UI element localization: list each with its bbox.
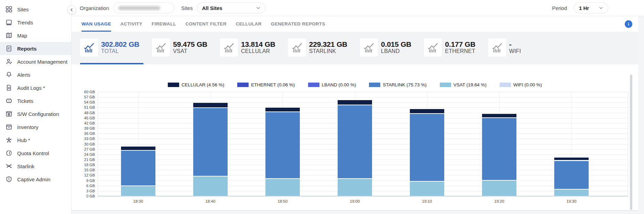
info-icon: i <box>628 21 629 27</box>
sidebar-item-tickets[interactable]: Tickets <box>0 94 71 107</box>
organization-select[interactable] <box>113 2 174 13</box>
stat-card-lband[interactable]: 0.015 GBLBAND <box>360 32 415 64</box>
quota-kontrol-icon <box>5 150 12 157</box>
y-axis-tick: 30 GB <box>81 142 95 146</box>
sidebar-item-label: Inventory <box>17 124 39 130</box>
tab-cellular[interactable]: CELLULAR <box>236 16 262 32</box>
y-axis-tick: 51 GB <box>81 105 95 109</box>
legend-item-lband[interactable]: LBAND (0.00 %) <box>308 82 356 87</box>
stat-label: ETHERNET <box>445 48 475 54</box>
hub-icon <box>5 137 12 144</box>
tab-wan-usage[interactable]: WAN USAGE <box>81 16 111 32</box>
legend-swatch <box>440 83 451 87</box>
y-axis-tick: 15 GB <box>81 168 95 172</box>
sidebar-item-account-management[interactable]: Account Management <box>0 55 71 68</box>
bar-segment-cellular-19:00 <box>338 100 372 105</box>
sidebar-item-label: Audit Logs * <box>17 85 45 91</box>
sidebar: SitesTrendsMapReportsAccount ManagementA… <box>0 0 72 214</box>
stat-value: 0.015 GB <box>381 40 411 49</box>
x-axis-tick: 19:10 <box>422 199 432 203</box>
tab-firewall[interactable]: FIREWALL <box>152 16 176 32</box>
y-axis-tick: 42 GB <box>81 121 95 125</box>
x-axis-tick: 18:50 <box>278 199 288 203</box>
stat-label: WIFI <box>509 48 521 54</box>
inventory-icon <box>5 124 12 131</box>
sites-select[interactable]: All Sites <box>197 2 265 13</box>
legend-swatch <box>500 83 511 87</box>
legend-label: ETHERNET (0.06 %) <box>251 82 295 87</box>
sidebar-item-trends[interactable]: Trends <box>0 16 71 29</box>
vertical-scrollbar[interactable] <box>630 75 632 210</box>
legend-item-vsat[interactable]: VSAT (19.64 %) <box>440 82 487 87</box>
sw-configuration-icon <box>5 110 12 118</box>
stat-card-starlink[interactable]: 229.321 GBSTARLINK <box>288 32 351 64</box>
tab-activity[interactable]: ACTIVITY <box>120 16 142 32</box>
sidebar-item-quota-kontrol[interactable]: Quota Kontrol <box>0 147 71 160</box>
legend-item-cellular[interactable]: CELLULAR (4.56 %) <box>168 82 225 87</box>
stat-text: 0.015 GBLBAND <box>381 40 411 54</box>
stat-text: 302.802 GBTOTAL <box>101 40 139 54</box>
y-axis-tick: 9 GB <box>81 179 95 183</box>
account-management-icon <box>5 58 12 65</box>
bar-segment-starlink-18:30 <box>121 151 155 185</box>
sidebar-item-reports[interactable]: Reports <box>0 42 71 55</box>
bar-segment-starlink-19:10 <box>410 114 444 181</box>
legend-item-ethernet[interactable]: ETHERNET (0.06 %) <box>237 82 295 87</box>
sidebar-item-label: Alerts <box>17 72 30 78</box>
sidebar-collapse-button[interactable] <box>67 6 76 14</box>
sidebar-item-label: Map <box>17 33 27 39</box>
sidebar-item-sites[interactable]: Sites <box>0 3 71 16</box>
bar-segment-vsat-19:10 <box>410 182 444 196</box>
stat-text: 13.814 GBCELLULAR <box>241 40 275 54</box>
header-bar: Organization Sites All Sites Period 1 Hr <box>72 0 644 16</box>
stat-value: 59.475 GB <box>173 40 207 49</box>
legend-label: LBAND (0.00 %) <box>322 82 356 87</box>
chart-icon <box>152 39 170 56</box>
stat-card-vsat[interactable]: 59.475 GBVSAT <box>152 32 211 64</box>
chevron-down-icon <box>599 6 603 10</box>
tab-content-filter[interactable]: CONTENT FILTER <box>185 16 226 32</box>
stat-text: 0.177 GBETHERNET <box>445 40 475 54</box>
legend-label: WIFI (0.00 %) <box>513 82 542 87</box>
stat-card-cellular[interactable]: 13.814 GBCELLULAR <box>220 32 280 64</box>
sidebar-item-inventory[interactable]: Inventory <box>0 120 71 133</box>
legend-item-starlink[interactable]: STARLINK (75.73 %) <box>369 82 426 87</box>
sidebar-item-alerts[interactable]: Alerts <box>0 68 71 81</box>
bar-segment-vsat-18:30 <box>121 186 155 196</box>
sidebar-item-label: Sites <box>17 7 29 12</box>
chart-icon <box>424 39 442 56</box>
period-select[interactable]: 1 Hr <box>574 2 608 13</box>
bar-segment-cellular-18:40 <box>193 103 228 107</box>
sidebar-item-hub[interactable]: Hub * <box>0 133 71 147</box>
stat-card-total[interactable]: 302.802 GBTOTAL <box>80 32 143 64</box>
x-axis-tick: 19:20 <box>494 199 504 203</box>
stat-label: VSAT <box>173 48 207 54</box>
sidebar-item-starlink[interactable]: Starlink <box>0 160 71 173</box>
bar-segment-starlink-18:50 <box>265 112 300 178</box>
stat-card-wifi[interactable]: -WIFI <box>488 32 525 64</box>
tab-generated-reports[interactable]: GENERATED REPORTS <box>271 16 325 32</box>
sidebar-item-captive-admin[interactable]: Captive Admin <box>0 173 71 186</box>
bar-segment-vsat-19:30 <box>554 190 589 196</box>
stat-value: - <box>509 40 521 49</box>
audit-logs-icon <box>5 84 12 92</box>
y-axis-tick: 36 GB <box>81 131 95 136</box>
stat-card-ethernet[interactable]: 0.177 GBETHERNET <box>424 32 479 64</box>
legend-item-wifi[interactable]: WIFI (0.00 %) <box>500 82 542 87</box>
sidebar-item-label: Quota Kontrol <box>17 150 49 156</box>
bar-segment-starlink-19:30 <box>554 161 589 189</box>
legend-swatch <box>308 83 319 87</box>
app-root: SitesTrendsMapReportsAccount ManagementA… <box>0 0 644 214</box>
bar-segment-starlink-18:40 <box>193 108 228 176</box>
stat-label: LBAND <box>381 48 411 54</box>
period-selected-value: 1 Hr <box>579 5 589 11</box>
info-button[interactable]: i <box>625 20 632 28</box>
sidebar-item-s-w-configuration[interactable]: S/W Configuration <box>0 107 71 120</box>
map-icon <box>5 32 12 39</box>
legend-label: CELLULAR (4.56 %) <box>182 82 225 87</box>
sidebar-item-map[interactable]: Map <box>0 29 71 42</box>
sidebar-item-audit-logs[interactable]: Audit Logs * <box>0 81 71 94</box>
sidebar-item-label: Starlink <box>17 163 34 169</box>
bar-segment-cellular-19:10 <box>410 109 444 113</box>
starlink-icon <box>5 163 12 170</box>
